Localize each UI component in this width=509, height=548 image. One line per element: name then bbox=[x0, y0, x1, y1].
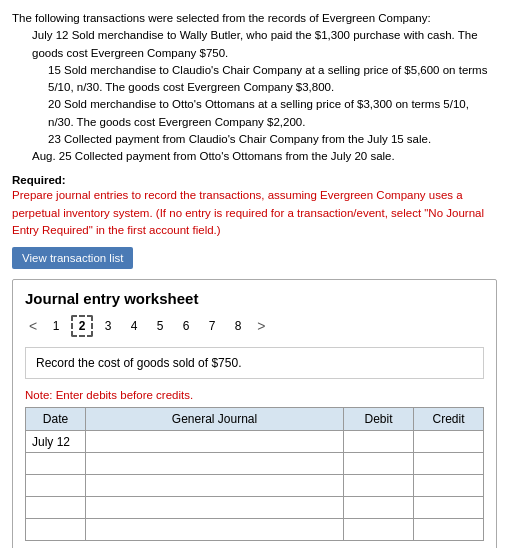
debit-cell-1[interactable] bbox=[344, 431, 414, 453]
date-july12: July 12 bbox=[32, 29, 72, 41]
table-row bbox=[26, 475, 484, 497]
date-cell-1: July 12 bbox=[26, 431, 86, 453]
date-july15: 15 bbox=[48, 64, 64, 76]
gj-input-3[interactable] bbox=[90, 479, 339, 493]
worksheet-title: Journal entry worksheet bbox=[25, 290, 484, 307]
page-5[interactable]: 5 bbox=[149, 315, 171, 337]
credit-input-2[interactable] bbox=[418, 457, 479, 471]
date-july23: 23 bbox=[48, 133, 64, 145]
gj-cell-3[interactable] bbox=[86, 475, 344, 497]
pagination: < 1 2 3 4 5 6 7 8 > bbox=[25, 315, 484, 337]
instruction-text: Record the cost of goods sold of $750. bbox=[36, 356, 241, 370]
instruction-box: Record the cost of goods sold of $750. bbox=[25, 347, 484, 379]
debit-input-4[interactable] bbox=[348, 501, 409, 515]
date-aug25: Aug. 25 bbox=[32, 150, 75, 162]
debit-cell-2[interactable] bbox=[344, 453, 414, 475]
debit-input-5[interactable] bbox=[348, 523, 409, 537]
page-4[interactable]: 4 bbox=[123, 315, 145, 337]
required-text: Prepare journal entries to record the tr… bbox=[12, 189, 484, 236]
next-page-chevron[interactable]: > bbox=[253, 318, 269, 334]
intro-section: The following transactions were selected… bbox=[12, 10, 497, 165]
trans-july12: Sold merchandise to Wally Butler, who pa… bbox=[32, 29, 478, 58]
page-7[interactable]: 7 bbox=[201, 315, 223, 337]
page-2[interactable]: 2 bbox=[71, 315, 93, 337]
credit-cell-3[interactable] bbox=[414, 475, 484, 497]
gj-cell-5[interactable] bbox=[86, 519, 344, 541]
page-1[interactable]: 1 bbox=[45, 315, 67, 337]
trans-aug25: Collected payment from Otto's Ottomans f… bbox=[75, 150, 395, 162]
page-8[interactable]: 8 bbox=[227, 315, 249, 337]
credit-cell-2[interactable] bbox=[414, 453, 484, 475]
page-3[interactable]: 3 bbox=[97, 315, 119, 337]
credit-input-3[interactable] bbox=[418, 479, 479, 493]
col-header-credit: Credit bbox=[414, 408, 484, 431]
debit-cell-3[interactable] bbox=[344, 475, 414, 497]
gj-input-5[interactable] bbox=[90, 523, 339, 537]
date-july20: 20 bbox=[48, 98, 64, 110]
gj-cell-2[interactable] bbox=[86, 453, 344, 475]
date-cell-4 bbox=[26, 497, 86, 519]
date-cell-2 bbox=[26, 453, 86, 475]
gj-input-4[interactable] bbox=[90, 501, 339, 515]
note-text: Note: Enter debits before credits. bbox=[25, 389, 484, 401]
required-section: Required: Prepare journal entries to rec… bbox=[12, 173, 497, 239]
trans-july20: Sold merchandise to Otto's Ottomans at a… bbox=[48, 98, 469, 127]
credit-input-4[interactable] bbox=[418, 501, 479, 515]
date-cell-5 bbox=[26, 519, 86, 541]
table-row: July 12 bbox=[26, 431, 484, 453]
table-row bbox=[26, 497, 484, 519]
credit-input-1[interactable] bbox=[418, 435, 479, 449]
credit-cell-1[interactable] bbox=[414, 431, 484, 453]
required-label: Required: bbox=[12, 174, 66, 186]
trans-july15: Sold merchandise to Claudio's Chair Comp… bbox=[48, 64, 487, 93]
col-header-gj: General Journal bbox=[86, 408, 344, 431]
table-row bbox=[26, 519, 484, 541]
debit-cell-5[interactable] bbox=[344, 519, 414, 541]
gj-cell-4[interactable] bbox=[86, 497, 344, 519]
trans-july23: Collected payment from Claudio's Chair C… bbox=[64, 133, 431, 145]
intro-heading: The following transactions were selected… bbox=[12, 12, 431, 24]
col-header-debit: Debit bbox=[344, 408, 414, 431]
credit-cell-5[interactable] bbox=[414, 519, 484, 541]
credit-cell-4[interactable] bbox=[414, 497, 484, 519]
table-row bbox=[26, 453, 484, 475]
date-cell-3 bbox=[26, 475, 86, 497]
gj-cell-1[interactable] bbox=[86, 431, 344, 453]
credit-input-5[interactable] bbox=[418, 523, 479, 537]
debit-cell-4[interactable] bbox=[344, 497, 414, 519]
view-transaction-button[interactable]: View transaction list bbox=[12, 247, 133, 269]
journal-table: Date General Journal Debit Credit July 1… bbox=[25, 407, 484, 541]
worksheet-container: Journal entry worksheet < 1 2 3 4 5 6 7 … bbox=[12, 279, 497, 548]
page-6[interactable]: 6 bbox=[175, 315, 197, 337]
debit-input-2[interactable] bbox=[348, 457, 409, 471]
prev-page-chevron[interactable]: < bbox=[25, 318, 41, 334]
debit-input-3[interactable] bbox=[348, 479, 409, 493]
col-header-date: Date bbox=[26, 408, 86, 431]
gj-input-2[interactable] bbox=[90, 457, 339, 471]
debit-input-1[interactable] bbox=[348, 435, 409, 449]
gj-input-1[interactable] bbox=[90, 435, 339, 449]
